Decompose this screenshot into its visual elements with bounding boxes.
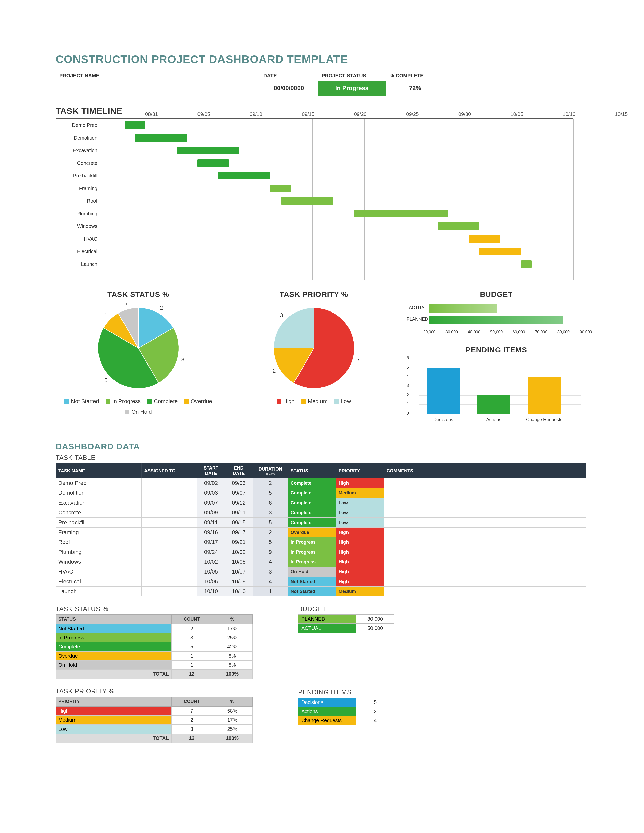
end-date-cell: 09/03 [225,478,253,488]
task-name-cell: Excavation [56,498,142,508]
mini-count: 2 [172,716,212,725]
comments-cell[interactable] [384,537,586,547]
gantt-tick: 09/25 [406,111,419,117]
gantt-row: Demo Prep [56,119,573,132]
comments-cell[interactable] [384,478,586,488]
pending-bar [427,368,460,414]
mini-pct: 17% [212,624,253,634]
project-info-box: PROJECT NAME DATE 00/00/0000 PROJECT STA… [56,71,444,96]
start-date-cell: 10/05 [197,567,225,577]
gantt-bar [469,235,500,243]
pending-chart: PENDING ITEMS 0123456DecisionsActionsCha… [407,343,586,426]
comments-cell[interactable] [384,587,586,597]
gantt-row: Plumbing [56,207,573,220]
budget-tick: 90,000 [580,330,592,334]
assigned-cell[interactable] [142,587,197,597]
pie-slice-label: 2 [159,305,163,311]
pie-slice-label: 3 [181,356,184,363]
comments-cell[interactable] [384,567,586,577]
mini-label: Medium [56,716,172,725]
kv-value: 5 [356,698,394,707]
project-name-value[interactable] [56,81,259,96]
status-cell: Complete [288,478,336,488]
legend-item: In Progress [106,398,141,405]
assigned-cell[interactable] [142,508,197,518]
gantt-row: Electrical [56,245,573,258]
pending-ytick: 0 [407,411,409,416]
date-value[interactable]: 00/00/0000 [260,81,318,96]
pie-slice [274,308,314,348]
assigned-cell[interactable] [142,488,197,498]
comments-cell[interactable] [384,488,586,498]
gantt-row: Windows [56,220,573,233]
assigned-cell[interactable] [142,537,197,547]
comments-cell[interactable] [384,498,586,508]
kv-value: 2 [356,707,394,716]
legend-item: On Hold [125,408,152,415]
start-date-cell: 09/11 [197,518,225,527]
priority-cell: Medium [336,488,384,498]
mini-label: On Hold [56,661,172,670]
mini-label: Not Started [56,624,172,634]
priority-cell: High [336,537,384,547]
start-date-cell: 10/06 [197,577,225,587]
comments-cell[interactable] [384,508,586,518]
assigned-cell[interactable] [142,547,197,557]
mini-count: 3 [172,634,212,642]
table-row: Medium217% [56,716,253,725]
duration-cell: 9 [253,547,288,557]
assigned-cell[interactable] [142,498,197,508]
legend-swatch [147,399,152,404]
status-cell: Complete [288,498,336,508]
mini-count: 1 [172,661,212,670]
budget-chart: BUDGET ACTUALPLANNED20,00030,00040,00050… [407,288,586,341]
pie-slice-label: 3 [280,312,283,318]
duration-cell: 5 [253,518,288,527]
gantt-tick: 09/15 [302,111,314,117]
gantt-row-label: Concrete [56,160,101,166]
comments-cell[interactable] [384,527,586,537]
task-name-cell: Concrete [56,508,142,518]
mini-header: COUNT [172,615,212,624]
mini-label: Low [56,725,172,734]
end-date-cell: 10/10 [225,587,253,597]
pending-ytick: 6 [407,356,409,360]
comments-cell[interactable] [384,557,586,567]
assigned-cell[interactable] [142,567,197,577]
gantt-bar [438,222,479,230]
task-table-header: DURATIONin days [253,463,288,478]
gantt-row: Pre backfill [56,169,573,182]
legend-swatch [277,399,281,404]
start-date-cell: 09/09 [197,508,225,518]
assigned-cell[interactable] [142,518,197,527]
table-row: Overdue18% [56,651,253,661]
start-date-cell: 10/02 [197,557,225,567]
mini-header: COUNT [172,697,212,706]
pie-slice-label: 2 [272,368,275,374]
assigned-cell[interactable] [142,478,197,488]
comments-cell[interactable] [384,577,586,587]
gantt-bar [270,185,291,192]
gantt-tick: 09/20 [354,111,367,117]
assigned-cell[interactable] [142,557,197,567]
kv-label: Actions [298,707,356,716]
task-name-cell: Pre backfill [56,518,142,527]
mini-label: Overdue [56,651,172,661]
kv-value: 4 [356,716,394,725]
assigned-cell[interactable] [142,527,197,537]
mini-count: 7 [172,706,212,716]
assigned-cell[interactable] [142,577,197,587]
comments-cell[interactable] [384,518,586,527]
comments-cell[interactable] [384,547,586,557]
task-priority-summary-heading: TASK PRIORITY % [56,687,253,695]
task-status-chart: TASK STATUS % 23511 Not StartedIn Progre… [56,288,221,426]
start-date-cell: 09/02 [197,478,225,488]
task-table-header: ENDDATE [225,463,253,478]
pct-complete-label: % COMPLETE [386,71,444,81]
pending-ytick: 5 [407,365,409,370]
priority-cell: High [336,577,384,587]
table-row: Roof09/1709/215In ProgressHigh [56,537,586,547]
mini-total-count: 12 [172,734,212,743]
duration-cell: 3 [253,567,288,577]
table-row: Launch10/1010/101Not StartedMedium [56,587,586,597]
